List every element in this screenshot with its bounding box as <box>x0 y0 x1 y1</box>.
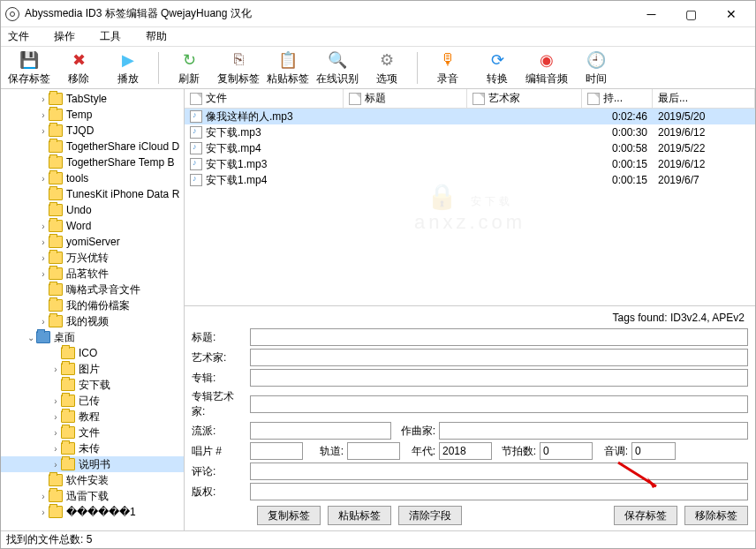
expand-icon[interactable]: › <box>50 428 61 438</box>
tree-item[interactable]: ICO <box>1 345 184 361</box>
tree-item[interactable]: ›文件 <box>1 425 184 440</box>
comment-input[interactable] <box>250 463 748 480</box>
expand-icon[interactable]: › <box>50 396 61 406</box>
disc-input[interactable] <box>250 442 303 460</box>
file-row[interactable]: 安下载.mp40:00:582019/5/22 <box>185 140 755 156</box>
tree-item[interactable]: TunesKit iPhone Data R <box>1 186 184 202</box>
save-icon: 💾 <box>19 49 40 71</box>
remove-button[interactable]: ✖移除 <box>54 49 103 86</box>
col-artist[interactable]: 艺术家 <box>467 89 582 108</box>
save-tags-button[interactable]: 💾保存标签 <box>4 49 54 86</box>
col-duration[interactable]: 持... <box>582 89 653 108</box>
expand-icon[interactable]: › <box>38 508 49 517</box>
expand-icon[interactable]: ⌄ <box>26 333 36 342</box>
expand-icon[interactable]: › <box>38 174 49 184</box>
edit-audio-button[interactable]: ◉编辑音频 <box>522 49 571 86</box>
refresh-button[interactable]: ↻刷新 <box>164 49 214 86</box>
doc-icon <box>472 93 485 105</box>
file-row[interactable]: 安下载1.mp30:00:152019/6/12 <box>185 156 755 172</box>
options-button[interactable]: ⚙选项 <box>362 49 412 86</box>
expand-icon[interactable]: › <box>38 110 49 120</box>
artist-input[interactable] <box>250 349 748 366</box>
maximize-button[interactable]: ▢ <box>671 2 711 26</box>
album-input[interactable] <box>250 369 748 387</box>
file-row[interactable]: 安下载.mp30:00:302019/6/12 <box>185 124 755 140</box>
toolbar: 💾保存标签 ✖移除 ▶播放 ↻刷新 ⎘复制标签 📋粘贴标签 🔍在线识别 ⚙选项 … <box>1 47 755 89</box>
expand-icon[interactable]: › <box>50 460 61 470</box>
tree-item[interactable]: ›Temp <box>1 107 184 123</box>
save-tags-form-button[interactable]: 保存标签 <box>614 506 677 525</box>
expand-icon[interactable]: › <box>50 412 61 422</box>
file-row[interactable]: 安下载1.mp40:00:152019/6/7 <box>185 172 755 188</box>
paste-tags-form-button[interactable]: 粘贴标签 <box>328 506 391 525</box>
expand-icon[interactable]: › <box>38 237 49 247</box>
tree-item[interactable]: ›说明书 <box>1 456 184 472</box>
online-id-button[interactable]: 🔍在线识别 <box>313 49 362 86</box>
file-list[interactable]: 文件 标题 艺术家 持... 最后... 像我这样的人.mp30:02:4620… <box>185 89 755 305</box>
folder-icon <box>61 379 75 391</box>
genre-input[interactable] <box>250 422 391 440</box>
tree-item[interactable]: ›迅雷下载 <box>1 488 184 504</box>
tree-item[interactable]: ›我的视频 <box>1 313 184 329</box>
expand-icon[interactable]: › <box>50 365 61 374</box>
composer-input[interactable] <box>439 422 748 440</box>
expand-icon[interactable]: › <box>38 317 49 327</box>
tree-item[interactable]: ›图片 <box>1 361 184 377</box>
tree-item[interactable]: ›TJQD <box>1 123 184 139</box>
file-row[interactable]: 像我这样的人.mp30:02:462019/5/20 <box>185 109 755 124</box>
play-button[interactable]: ▶播放 <box>103 49 153 86</box>
convert-button[interactable]: ⟳转换 <box>472 49 522 86</box>
col-date[interactable]: 最后... <box>653 89 755 108</box>
tree-item[interactable]: 我的備份檔案 <box>1 297 184 313</box>
col-title[interactable]: 标题 <box>344 89 467 108</box>
remove-tags-form-button[interactable]: 移除标签 <box>684 506 748 525</box>
title-input[interactable] <box>250 328 748 346</box>
copy-tags-button[interactable]: ⎘复制标签 <box>214 49 263 86</box>
menu-file[interactable]: 文件 <box>8 29 29 44</box>
tree-item[interactable]: ›万兴优转 <box>1 250 184 266</box>
expand-icon[interactable]: › <box>38 253 49 263</box>
menu-tools[interactable]: 工具 <box>100 29 121 44</box>
expand-icon[interactable]: › <box>38 94 49 104</box>
tree-item[interactable]: ›教程 <box>1 409 184 425</box>
col-file[interactable]: 文件 <box>185 89 344 108</box>
paste-tags-button[interactable]: 📋粘贴标签 <box>263 49 313 86</box>
folder-tree[interactable]: ›TabStyle›Temp›TJQDTogetherShare iCloud … <box>1 89 185 530</box>
tree-item[interactable]: ›未传 <box>1 440 184 456</box>
expand-icon[interactable]: › <box>38 126 49 136</box>
tree-item[interactable]: ›������1 <box>1 504 184 520</box>
tree-item[interactable]: ›品茗软件 <box>1 266 184 282</box>
menu-actions[interactable]: 操作 <box>54 29 75 44</box>
tree-item[interactable]: ›已传 <box>1 393 184 409</box>
tree-item[interactable]: 嗨格式录音文件 <box>1 282 184 297</box>
minimize-button[interactable]: ─ <box>631 2 671 26</box>
close-button[interactable]: ✕ <box>711 2 751 26</box>
menu-help[interactable]: 帮助 <box>146 29 167 44</box>
albumartist-input[interactable] <box>250 395 748 413</box>
time-button[interactable]: 🕘时间 <box>571 49 621 86</box>
copyright-input[interactable] <box>250 483 748 500</box>
track-input[interactable] <box>347 442 400 460</box>
expand-icon[interactable]: › <box>38 222 49 231</box>
expand-icon[interactable]: › <box>38 269 49 279</box>
tree-item[interactable]: Undo <box>1 202 184 218</box>
tree-item[interactable]: TogetherShare iCloud D <box>1 139 184 154</box>
tree-item[interactable]: ›Word <box>1 218 184 234</box>
bpm-input[interactable] <box>540 442 593 460</box>
record-button[interactable]: 🎙录音 <box>423 49 472 86</box>
tree-item[interactable]: ›yomiServer <box>1 234 184 250</box>
clear-fields-button[interactable]: 清除字段 <box>398 506 462 525</box>
tree-item[interactable]: TogetherShare Temp B <box>1 154 184 170</box>
copy-tags-form-button[interactable]: 复制标签 <box>257 506 321 525</box>
tree-item[interactable]: ⌄桌面 <box>1 329 184 345</box>
watermark: 🔒 安下载 anxz.com <box>414 182 525 234</box>
album-label: 专辑: <box>192 371 250 386</box>
expand-icon[interactable]: › <box>38 492 49 501</box>
expand-icon[interactable]: › <box>50 444 61 454</box>
tree-item[interactable]: ›tools <box>1 170 184 186</box>
tree-item[interactable]: 软件安装 <box>1 472 184 488</box>
tree-item[interactable]: ›TabStyle <box>1 91 184 107</box>
key-input[interactable] <box>631 442 676 460</box>
year-input[interactable] <box>439 442 492 460</box>
tree-item[interactable]: 安下载 <box>1 377 184 393</box>
